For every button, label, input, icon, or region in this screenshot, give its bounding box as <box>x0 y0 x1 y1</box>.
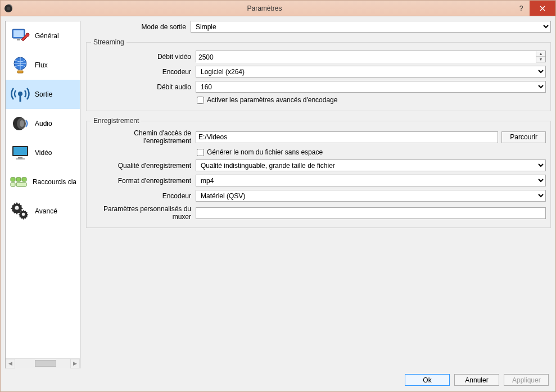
recording-path-input[interactable] <box>196 131 498 143</box>
scroll-thumb[interactable] <box>35 360 56 367</box>
svg-rect-13 <box>13 147 27 155</box>
video-bitrate-spinbox[interactable]: ▲ ▼ <box>196 51 546 62</box>
advanced-encoding-checkbox[interactable] <box>197 97 204 104</box>
dialog-footer: Ok Annuler Appliquer <box>5 372 551 387</box>
close-button[interactable] <box>530 1 555 16</box>
nospace-checkbox-row[interactable]: Générer le nom du fichier sans espace <box>196 148 323 156</box>
svg-point-1 <box>7 6 10 10</box>
svg-rect-4 <box>17 39 20 40</box>
keyboard-icon <box>9 171 29 193</box>
sidebar-item-label: Vidéo <box>35 149 52 157</box>
sidebar-item-output[interactable]: Sortie <box>6 80 80 109</box>
svg-rect-20 <box>16 183 26 186</box>
recording-format-select[interactable]: mp4 <box>196 175 546 186</box>
output-mode-select[interactable]: Simple <box>191 21 551 33</box>
svg-point-21 <box>15 206 19 210</box>
svg-rect-6 <box>17 71 23 73</box>
output-mode-label: Mode de sortie <box>86 23 187 31</box>
muxer-params-input[interactable] <box>196 207 546 219</box>
svg-rect-17 <box>16 177 21 181</box>
recording-quality-select[interactable]: Qualité indistinguable, grande taille de… <box>196 159 546 171</box>
sidebar: Général Flux <box>5 21 80 368</box>
recording-path-label: Chemin d'accès de l'enregistrement <box>91 129 192 145</box>
help-button[interactable]: ? <box>513 1 530 16</box>
svg-rect-14 <box>18 157 22 158</box>
output-mode-row: Mode de sortie Simple <box>86 21 551 33</box>
recording-legend: Enregistrement <box>91 117 141 125</box>
sidebar-item-video[interactable]: Vidéo <box>6 138 80 167</box>
sidebar-item-hotkeys[interactable]: Raccourcis clavier <box>6 167 80 197</box>
sidebar-item-label: Raccourcis clavier <box>33 178 76 186</box>
sidebar-item-audio[interactable]: Audio <box>6 109 80 138</box>
recording-quality-label: Qualité d'enregistrement <box>91 162 192 170</box>
audio-bitrate-label: Débit audio <box>91 83 192 91</box>
recording-format-label: Format d'enregistrement <box>91 177 192 185</box>
monitor-icon <box>9 142 31 164</box>
video-bitrate-input[interactable] <box>196 51 536 63</box>
spin-down-icon[interactable]: ▼ <box>536 57 545 62</box>
scroll-left-icon[interactable]: ◀ <box>6 359 15 368</box>
svg-rect-16 <box>11 177 15 181</box>
svg-rect-18 <box>22 177 26 181</box>
apply-button[interactable]: Appliquer <box>504 374 549 386</box>
sidebar-item-label: Flux <box>35 61 48 69</box>
streaming-group: Streaming Débit vidéo ▲ ▼ <box>86 38 551 111</box>
sidebar-scrollbar[interactable]: ◀ ▶ <box>6 358 80 368</box>
sidebar-item-stream[interactable]: Flux <box>6 51 80 80</box>
browse-button[interactable]: Parcourir <box>501 131 546 143</box>
advanced-encoding-checkbox-row[interactable]: Activer les paramètres avancés d'encodag… <box>196 96 337 104</box>
sidebar-item-general[interactable]: Général <box>6 21 80 51</box>
streaming-legend: Streaming <box>91 38 126 46</box>
scroll-track[interactable] <box>15 359 70 368</box>
svg-rect-19 <box>11 183 15 186</box>
streaming-encoder-select[interactable]: Logiciel (x264) <box>196 66 546 78</box>
broadcast-icon <box>9 83 31 106</box>
video-bitrate-label: Débit vidéo <box>91 53 192 61</box>
muxer-params-label: Paramètres personnalisés du muxer <box>91 205 192 221</box>
scroll-right-icon[interactable]: ▶ <box>70 359 80 368</box>
svg-point-22 <box>22 213 25 216</box>
cancel-button[interactable]: Annuler <box>454 374 499 386</box>
sidebar-item-label: Sortie <box>35 90 52 98</box>
window-title: Paramètres <box>16 4 513 12</box>
ok-button[interactable]: Ok <box>405 374 450 386</box>
svg-point-11 <box>20 120 24 127</box>
main-row: Général Flux <box>5 21 551 368</box>
sidebar-item-advanced[interactable]: Avancé <box>6 197 80 226</box>
dialog-body: Général Flux <box>1 16 555 391</box>
svg-rect-8 <box>20 95 21 102</box>
advanced-encoding-label: Activer les paramètres avancés d'encodag… <box>207 96 337 104</box>
recording-encoder-select[interactable]: Matériel (QSV) <box>196 190 546 202</box>
svg-rect-15 <box>16 158 25 159</box>
recording-encoder-label: Encodeur <box>91 192 192 200</box>
recording-group: Enregistrement Chemin d'accès de l'enreg… <box>86 117 551 228</box>
audio-bitrate-select[interactable]: 160 <box>196 81 546 93</box>
nospace-label: Générer le nom du fichier sans espace <box>207 148 323 156</box>
sidebar-item-label: Audio <box>35 120 52 127</box>
streaming-encoder-label: Encodeur <box>91 68 192 76</box>
wrench-monitor-icon <box>9 25 31 47</box>
sidebar-item-label: Général <box>35 32 59 40</box>
content-pane: Mode de sortie Simple Streaming Débit vi… <box>86 21 551 368</box>
speaker-icon <box>9 112 31 135</box>
globe-icon <box>9 54 31 76</box>
app-icon <box>4 4 13 13</box>
svg-rect-3 <box>13 30 24 37</box>
nospace-checkbox[interactable] <box>197 149 204 156</box>
gear-icon <box>9 200 31 222</box>
sidebar-list: Général Flux <box>6 21 80 358</box>
spin-up-icon[interactable]: ▲ <box>536 51 545 57</box>
titlebar: Paramètres ? <box>1 1 555 16</box>
sidebar-item-label: Avancé <box>35 207 57 215</box>
